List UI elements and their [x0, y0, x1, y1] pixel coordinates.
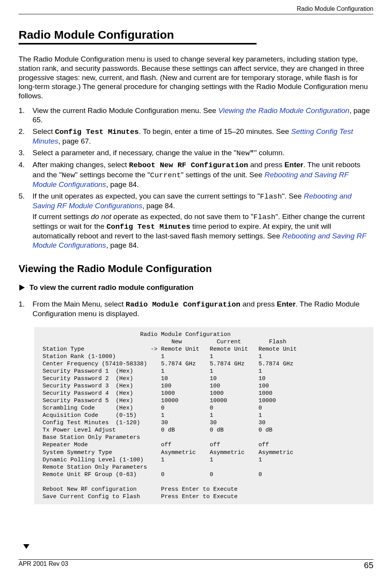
- subsection-title: Viewing the Radio Module Configuration: [19, 263, 373, 275]
- text: From the Main Menu: [33, 300, 100, 308]
- text: , page 84.: [106, 241, 139, 249]
- svg-marker-1: [23, 544, 29, 549]
- text: " settings become the ": [75, 171, 150, 179]
- section-title: Radio Module Configuration: [19, 28, 373, 41]
- text: After making changes, select: [33, 161, 129, 169]
- mono-radio-module-configuration: Radio Module Configuration: [126, 300, 240, 309]
- text: View the current Radio Module Configurat…: [33, 106, 218, 115]
- mono-config-test-minutes: Config Test Minutes: [55, 128, 139, 136]
- sub-paragraph: If current settings do not operate as ex…: [33, 212, 373, 250]
- svg-marker-0: [19, 284, 25, 291]
- mono-reboot-new-rf: Reboot New RF Configuration: [129, 161, 248, 170]
- title-underline: [19, 43, 257, 45]
- procedure-title: To view the current radio module configu…: [29, 283, 193, 292]
- mono-new2: New: [62, 171, 75, 180]
- text: , page 84.: [106, 180, 139, 188]
- text: ". See: [282, 192, 304, 200]
- triangle-down-icon: [22, 543, 30, 551]
- quote-bold: ": [250, 149, 254, 158]
- text: , page 67.: [58, 137, 91, 145]
- mono-flash: Flash: [260, 192, 282, 201]
- key-enter: Enter: [284, 161, 303, 169]
- text: select: [104, 300, 126, 308]
- mono-new: New: [236, 149, 250, 158]
- procedure-list-view: From the Main Menu, select Radio Module …: [19, 300, 373, 319]
- list-item: From the Main Menu, select Radio Module …: [19, 300, 373, 319]
- link-viewing-rmc[interactable]: Viewing the Radio Module Configuration: [218, 106, 349, 115]
- terminal-output: Radio Module Configuration New Current F…: [34, 327, 373, 504]
- text: and press: [240, 300, 277, 308]
- text: If current settings: [33, 212, 91, 221]
- text: " column.: [254, 149, 285, 157]
- list-item: Select a parameter and, if necessary, ch…: [19, 148, 373, 158]
- running-header: Radio Module Configuration: [19, 5, 373, 14]
- mono-config-test-minutes-2: Config Test Minutes: [106, 223, 190, 231]
- list-item: Select Config Test Minutes. To begin, en…: [19, 127, 373, 146]
- procedure-list-main: View the current Radio Module Configurat…: [19, 106, 373, 250]
- text: operate as expected, do not save them to…: [111, 212, 253, 221]
- text-comma: ,: [100, 300, 104, 308]
- text: Select a parameter and, if necessary, ch…: [33, 149, 236, 157]
- emphasis-do-not: do not: [91, 212, 111, 221]
- text: , page 84.: [142, 202, 175, 210]
- list-item: If the unit operates as expected, you ca…: [19, 192, 373, 250]
- list-item: View the current Radio Module Configurat…: [19, 106, 373, 125]
- mono-current: Current: [150, 171, 181, 180]
- footer-left: APR 2001 Rev 03: [19, 560, 68, 570]
- text: Select: [33, 127, 55, 135]
- page-footer: APR 2001 Rev 03 65: [19, 559, 373, 570]
- text: " settings of the unit. See: [181, 171, 265, 179]
- procedure-heading-row: To view the current radio module configu…: [19, 283, 373, 292]
- pointer-right-icon: [19, 284, 26, 291]
- text: and press: [248, 161, 284, 169]
- text: If the unit operates as expected, you ca…: [33, 192, 260, 200]
- list-item: After making changes, select Reboot New …: [19, 160, 373, 189]
- page-number: 65: [364, 560, 373, 570]
- mono-flash-2: Flash: [253, 213, 276, 221]
- text: . To begin, enter a time of 15–20 minute…: [139, 127, 291, 135]
- key-enter-2: Enter: [277, 300, 296, 308]
- intro-paragraph: The Radio Module Configuration menu is u…: [19, 55, 373, 101]
